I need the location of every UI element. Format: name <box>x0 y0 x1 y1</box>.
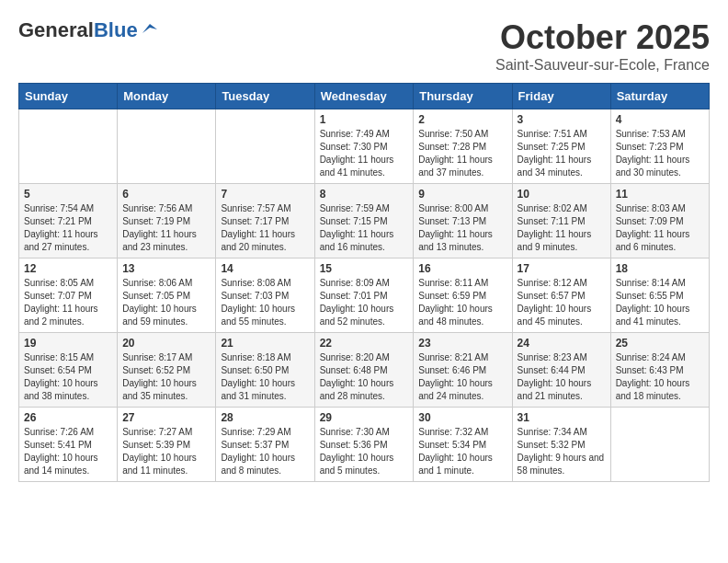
page-header: GeneralBlue October 2025 Saint-Sauveur-s… <box>18 18 710 74</box>
day-number: 8 <box>320 188 409 201</box>
calendar-cell: 4Sunrise: 7:53 AM Sunset: 7:23 PM Daylig… <box>610 109 709 184</box>
day-number: 31 <box>518 411 606 424</box>
calendar-week-row: 1Sunrise: 7:49 AM Sunset: 7:30 PM Daylig… <box>19 109 710 184</box>
day-number: 17 <box>518 262 606 275</box>
header-friday: Friday <box>512 84 610 109</box>
day-number: 3 <box>518 113 606 126</box>
day-info: Sunrise: 8:11 AM Sunset: 6:59 PM Dayligh… <box>418 277 506 328</box>
day-info: Sunrise: 8:12 AM Sunset: 6:57 PM Dayligh… <box>518 277 606 328</box>
calendar-cell: 27Sunrise: 7:27 AM Sunset: 5:39 PM Dayli… <box>118 408 216 482</box>
day-info: Sunrise: 7:30 AM Sunset: 5:36 PM Dayligh… <box>320 426 409 477</box>
logo-bird-icon <box>141 20 157 37</box>
calendar-cell: 26Sunrise: 7:26 AM Sunset: 5:41 PM Dayli… <box>19 408 118 482</box>
location-subtitle: Saint-Sauveur-sur-Ecole, France <box>495 57 710 74</box>
day-number: 26 <box>24 411 112 424</box>
day-info: Sunrise: 7:34 AM Sunset: 5:32 PM Dayligh… <box>518 426 606 477</box>
day-info: Sunrise: 7:49 AM Sunset: 7:30 PM Dayligh… <box>320 128 409 179</box>
day-number: 10 <box>518 188 606 201</box>
day-number: 16 <box>418 262 506 275</box>
calendar-week-row: 19Sunrise: 8:15 AM Sunset: 6:54 PM Dayli… <box>19 333 710 408</box>
day-number: 24 <box>518 337 606 350</box>
calendar-cell: 9Sunrise: 8:00 AM Sunset: 7:13 PM Daylig… <box>414 184 512 259</box>
day-info: Sunrise: 7:59 AM Sunset: 7:15 PM Dayligh… <box>320 202 409 254</box>
day-number: 15 <box>320 262 409 275</box>
calendar-cell <box>610 408 709 482</box>
calendar-cell: 14Sunrise: 8:08 AM Sunset: 7:03 PM Dayli… <box>216 259 314 333</box>
day-info: Sunrise: 8:09 AM Sunset: 7:01 PM Dayligh… <box>320 277 409 328</box>
day-info: Sunrise: 7:54 AM Sunset: 7:21 PM Dayligh… <box>24 202 112 254</box>
calendar-cell <box>216 109 314 184</box>
calendar-cell: 28Sunrise: 7:29 AM Sunset: 5:37 PM Dayli… <box>216 408 314 482</box>
calendar-cell: 29Sunrise: 7:30 AM Sunset: 5:36 PM Dayli… <box>314 408 414 482</box>
day-info: Sunrise: 7:50 AM Sunset: 7:28 PM Dayligh… <box>418 128 506 179</box>
header-tuesday: Tuesday <box>216 84 314 109</box>
day-number: 23 <box>418 337 506 350</box>
day-number: 4 <box>616 113 704 126</box>
day-number: 22 <box>320 337 409 350</box>
day-number: 14 <box>221 262 309 275</box>
calendar-cell <box>19 109 118 184</box>
day-info: Sunrise: 8:15 AM Sunset: 6:54 PM Dayligh… <box>24 351 112 403</box>
day-number: 18 <box>616 262 704 275</box>
calendar-cell: 7Sunrise: 7:57 AM Sunset: 7:17 PM Daylig… <box>216 184 314 259</box>
day-info: Sunrise: 7:51 AM Sunset: 7:25 PM Dayligh… <box>518 128 606 179</box>
day-info: Sunrise: 7:57 AM Sunset: 7:17 PM Dayligh… <box>221 202 309 254</box>
day-info: Sunrise: 8:24 AM Sunset: 6:43 PM Dayligh… <box>616 351 704 403</box>
day-number: 2 <box>418 113 506 126</box>
day-info: Sunrise: 7:26 AM Sunset: 5:41 PM Dayligh… <box>24 426 112 477</box>
day-number: 27 <box>122 411 210 424</box>
month-title: October 2025 <box>495 18 710 57</box>
day-number: 25 <box>616 337 704 350</box>
calendar-cell: 23Sunrise: 8:21 AM Sunset: 6:46 PM Dayli… <box>414 333 512 408</box>
calendar-cell: 30Sunrise: 7:32 AM Sunset: 5:34 PM Dayli… <box>414 408 512 482</box>
day-number: 13 <box>122 262 210 275</box>
day-number: 7 <box>221 188 309 201</box>
day-info: Sunrise: 7:29 AM Sunset: 5:37 PM Dayligh… <box>221 426 309 477</box>
calendar-cell: 25Sunrise: 8:24 AM Sunset: 6:43 PM Dayli… <box>610 333 709 408</box>
calendar-cell: 17Sunrise: 8:12 AM Sunset: 6:57 PM Dayli… <box>512 259 610 333</box>
day-number: 11 <box>616 188 704 201</box>
logo-blue-text: Blue <box>94 18 138 42</box>
calendar-cell: 24Sunrise: 8:23 AM Sunset: 6:44 PM Dayli… <box>512 333 610 408</box>
calendar-cell: 11Sunrise: 8:03 AM Sunset: 7:09 PM Dayli… <box>610 184 709 259</box>
calendar-cell: 1Sunrise: 7:49 AM Sunset: 7:30 PM Daylig… <box>314 109 414 184</box>
day-info: Sunrise: 8:03 AM Sunset: 7:09 PM Dayligh… <box>616 202 704 254</box>
header-monday: Monday <box>118 84 216 109</box>
logo: GeneralBlue <box>18 18 157 42</box>
calendar-cell: 12Sunrise: 8:05 AM Sunset: 7:07 PM Dayli… <box>19 259 118 333</box>
svg-marker-0 <box>142 24 157 33</box>
day-info: Sunrise: 8:00 AM Sunset: 7:13 PM Dayligh… <box>418 202 506 254</box>
calendar-cell: 10Sunrise: 8:02 AM Sunset: 7:11 PM Dayli… <box>512 184 610 259</box>
day-number: 5 <box>24 188 112 201</box>
day-number: 20 <box>122 337 210 350</box>
day-info: Sunrise: 8:06 AM Sunset: 7:05 PM Dayligh… <box>122 277 210 328</box>
calendar-table: SundayMondayTuesdayWednesdayThursdayFrid… <box>18 83 710 482</box>
calendar-cell: 31Sunrise: 7:34 AM Sunset: 5:32 PM Dayli… <box>512 408 610 482</box>
calendar-cell: 20Sunrise: 8:17 AM Sunset: 6:52 PM Dayli… <box>118 333 216 408</box>
day-number: 28 <box>221 411 309 424</box>
calendar-cell: 8Sunrise: 7:59 AM Sunset: 7:15 PM Daylig… <box>314 184 414 259</box>
calendar-cell: 22Sunrise: 8:20 AM Sunset: 6:48 PM Dayli… <box>314 333 414 408</box>
calendar-week-row: 12Sunrise: 8:05 AM Sunset: 7:07 PM Dayli… <box>19 259 710 333</box>
header-sunday: Sunday <box>19 84 118 109</box>
day-number: 6 <box>122 188 210 201</box>
day-info: Sunrise: 7:27 AM Sunset: 5:39 PM Dayligh… <box>122 426 210 477</box>
day-info: Sunrise: 8:20 AM Sunset: 6:48 PM Dayligh… <box>320 351 409 403</box>
header-saturday: Saturday <box>610 84 709 109</box>
day-number: 21 <box>221 337 309 350</box>
logo-general-text: General <box>18 18 94 42</box>
calendar-cell: 6Sunrise: 7:56 AM Sunset: 7:19 PM Daylig… <box>118 184 216 259</box>
title-block: October 2025 Saint-Sauveur-sur-Ecole, Fr… <box>495 18 710 74</box>
calendar-header-row: SundayMondayTuesdayWednesdayThursdayFrid… <box>19 84 710 109</box>
calendar-cell: 13Sunrise: 8:06 AM Sunset: 7:05 PM Dayli… <box>118 259 216 333</box>
day-info: Sunrise: 8:08 AM Sunset: 7:03 PM Dayligh… <box>221 277 309 328</box>
calendar-cell: 21Sunrise: 8:18 AM Sunset: 6:50 PM Dayli… <box>216 333 314 408</box>
day-number: 30 <box>418 411 506 424</box>
calendar-cell: 5Sunrise: 7:54 AM Sunset: 7:21 PM Daylig… <box>19 184 118 259</box>
header-thursday: Thursday <box>414 84 512 109</box>
calendar-cell: 18Sunrise: 8:14 AM Sunset: 6:55 PM Dayli… <box>610 259 709 333</box>
day-info: Sunrise: 7:32 AM Sunset: 5:34 PM Dayligh… <box>418 426 506 477</box>
day-number: 9 <box>418 188 506 201</box>
day-info: Sunrise: 8:23 AM Sunset: 6:44 PM Dayligh… <box>518 351 606 403</box>
day-number: 29 <box>320 411 409 424</box>
